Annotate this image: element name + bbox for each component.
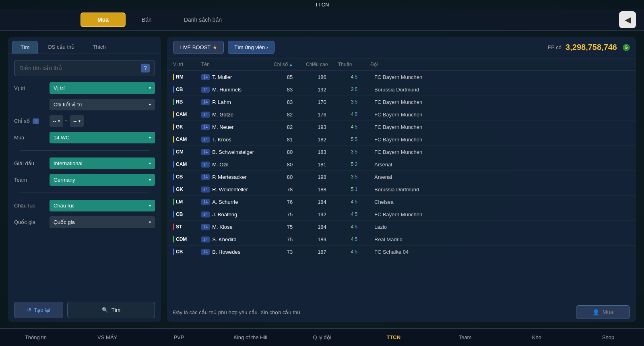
position-bar-icon xyxy=(173,86,174,93)
nav-item-q.lý-đội[interactable]: Q.lý đội xyxy=(286,329,358,345)
position-label: Vị trí xyxy=(14,85,46,91)
tab-ban[interactable]: Bán xyxy=(126,13,168,26)
table-row[interactable]: CB 14 M. Hummels 83 192 3 5 Borussia Dor… xyxy=(167,83,636,96)
table-row[interactable]: CM 14 B. Schweinsteiger 80 183 3 5 FC Ba… xyxy=(167,146,636,158)
live-boost-button[interactable]: LIVE BOOST ★ xyxy=(173,41,224,54)
player-height: 184 xyxy=(306,224,338,230)
nav-item-ttcn[interactable]: TTCN xyxy=(358,329,429,345)
player-thuoc: 3 5 xyxy=(338,87,370,92)
chevron-down-icon-4: ▾ xyxy=(78,119,80,123)
tab-ds-cau-thu[interactable]: DS cầu thủ xyxy=(40,41,83,54)
chau-luc-dropdown[interactable]: Châu lục ▾ xyxy=(50,200,155,211)
col-header-thuoc: Thuận xyxy=(338,62,370,67)
player-team: Chelsea xyxy=(370,199,630,205)
chau-luc-label: Châu lục xyxy=(14,203,46,209)
col-header-chiso[interactable]: Chỉ số ▲ xyxy=(274,62,306,67)
player-name: P. Mertesacker xyxy=(212,174,247,180)
player-name: M. Hummels xyxy=(212,87,242,93)
search-button[interactable]: 🔍 Tìm xyxy=(67,302,155,318)
table-row[interactable]: CAM 14 T. Kroos 81 182 5 5 FC Bayern Mun… xyxy=(167,133,636,146)
nav-item-kho[interactable]: Kho xyxy=(501,329,572,345)
table-row[interactable]: RB 14 P. Lahm 83 170 3 5 FC Bayern Munch… xyxy=(167,96,636,108)
giai-dau-dropdown[interactable]: International ▾ xyxy=(50,157,155,169)
position-dropdown[interactable]: Vị trí ▾ xyxy=(50,82,155,94)
table-row[interactable]: CB 14 B. Howedes 73 187 4 5 FC Schalke 0… xyxy=(167,246,636,258)
table-row[interactable]: CAM 14 M. Ozil 80 181 5 2 Arsenal xyxy=(167,158,636,171)
player-name-cell: 14 M. Klose xyxy=(201,224,274,230)
ep-label: EP có xyxy=(548,44,561,50)
season-badge: 14 xyxy=(201,74,210,80)
player-height: 176 xyxy=(306,112,338,118)
table-row[interactable]: ST 14 M. Klose 75 184 4 5 Lazio xyxy=(167,221,636,233)
nav-item-thông-tin[interactable]: Thông tin xyxy=(0,329,72,345)
search-icon: 🔍 xyxy=(102,307,108,313)
position-bar-icon xyxy=(173,236,174,242)
chevron-down-icon-9: ▾ xyxy=(149,220,151,224)
player-position: LM xyxy=(173,199,201,205)
mua-dropdown[interactable]: 14 WC ▾ xyxy=(50,132,155,143)
player-name-cell: 14 P. Mertesacker xyxy=(201,174,274,180)
position-detail-dropdown[interactable]: Chi tiết vị trí ▾ xyxy=(50,99,155,110)
help-button[interactable]: ? xyxy=(141,64,150,73)
status-text: Đây là các cầu thủ phù hợp yêu cầu. Xin … xyxy=(173,309,300,315)
ep-currency-icon: G xyxy=(623,44,630,51)
player-team: FC Bayern Munchen xyxy=(370,124,630,130)
find-candidate-button[interactable]: Tìm ứng viên › xyxy=(228,41,275,54)
tab-thich[interactable]: Thích xyxy=(85,41,114,54)
table-row[interactable]: GK 14 M. Neuer 82 193 4 5 FC Bayern Munc… xyxy=(167,121,636,133)
player-height: 183 xyxy=(306,149,338,155)
season-badge: 14 xyxy=(201,162,210,168)
back-button[interactable]: ◀ xyxy=(619,11,636,28)
action-row: ↺ Tạo lại 🔍 Tìm xyxy=(8,298,161,322)
table-row[interactable]: CB 14 J. Boateng 75 192 4 5 FC Bayern Mu… xyxy=(167,208,636,221)
player-name-cell: 14 T. Kroos xyxy=(201,137,274,143)
team-label: Team xyxy=(14,177,46,183)
player-position: CB xyxy=(173,86,201,93)
chevron-down-icon: ▾ xyxy=(149,86,151,90)
table-row[interactable]: CB 14 P. Mertesacker 80 198 3 5 Arsenal xyxy=(167,171,636,183)
nav-item-vs-máy[interactable]: VS MÁY xyxy=(72,329,143,345)
position-bar-icon xyxy=(173,186,174,193)
player-name: M. Klose xyxy=(212,224,233,230)
player-name-cell: 14 M. Ozil xyxy=(201,162,274,168)
player-team: Arsenal xyxy=(370,174,630,180)
table-row[interactable]: GK 14 R. Weidenfeller 78 188 5 1 Borussi… xyxy=(167,183,636,196)
chevron-down-icon-8: ▾ xyxy=(149,203,151,208)
player-name: T. Muller xyxy=(212,74,232,80)
table-header: Vị trí Tên Chỉ số ▲ Chiều cao Thuận Đội xyxy=(167,58,636,71)
player-chiso: 83 xyxy=(274,87,306,93)
position-bar-icon xyxy=(173,249,174,255)
nav-item-pvp[interactable]: PVP xyxy=(143,329,215,345)
player-thuoc: 4 5 xyxy=(338,249,370,255)
quoc-gia-dropdown[interactable]: Quốc gia ▾ xyxy=(50,216,155,228)
col-header-height: Chiều cao xyxy=(306,62,338,67)
nav-item-king-of-the-hill[interactable]: King of the Hill xyxy=(215,329,286,345)
giai-dau-label: Giải đấu xyxy=(14,160,46,166)
player-name: B. Schweinsteiger xyxy=(212,149,254,155)
player-chiso: 80 xyxy=(274,162,306,168)
table-row[interactable]: CAM 14 M. Gotze 82 176 4 5 FC Bayern Mun… xyxy=(167,108,636,121)
season-badge: 14 xyxy=(201,112,210,118)
tab-tim[interactable]: Tìm xyxy=(12,41,38,54)
table-row[interactable]: CDM 14 S. Khedira 75 189 4 5 Real Madrid xyxy=(167,233,636,246)
tab-mua[interactable]: Mua xyxy=(80,12,126,27)
player-team: Arsenal xyxy=(370,162,630,168)
chiso-help-icon[interactable]: ? xyxy=(33,118,39,124)
reset-button[interactable]: ↺ Tạo lại xyxy=(14,302,63,318)
table-row[interactable]: RM 14 T. Muller 85 186 4 5 FC Bayern Mun… xyxy=(167,71,636,83)
chiso-to-dropdown[interactable]: -- ▾ xyxy=(70,115,84,127)
col-header-position: Vị trí xyxy=(173,62,201,67)
table-row[interactable]: LM 14 A. Schurrle 76 184 4 5 Chelsea xyxy=(167,196,636,208)
player-name-cell: 14 A. Schurrle xyxy=(201,199,274,205)
chiso-from-dropdown[interactable]: -- ▾ xyxy=(50,115,63,127)
filter-position-row: Vị trí Vị trí ▾ xyxy=(14,82,155,94)
player-thuoc: 4 5 xyxy=(338,199,370,205)
tab-danh-sach-ban[interactable]: Danh sách bán xyxy=(168,13,238,26)
player-height: 186 xyxy=(306,74,338,80)
search-input[interactable] xyxy=(19,65,138,71)
buy-button[interactable]: 👤 Mua xyxy=(576,305,630,319)
nav-item-shop[interactable]: Shop xyxy=(572,329,644,345)
player-thuoc: 4 5 xyxy=(338,211,370,217)
team-dropdown[interactable]: Germany ▾ xyxy=(50,174,155,186)
nav-item-team[interactable]: Team xyxy=(429,329,501,345)
